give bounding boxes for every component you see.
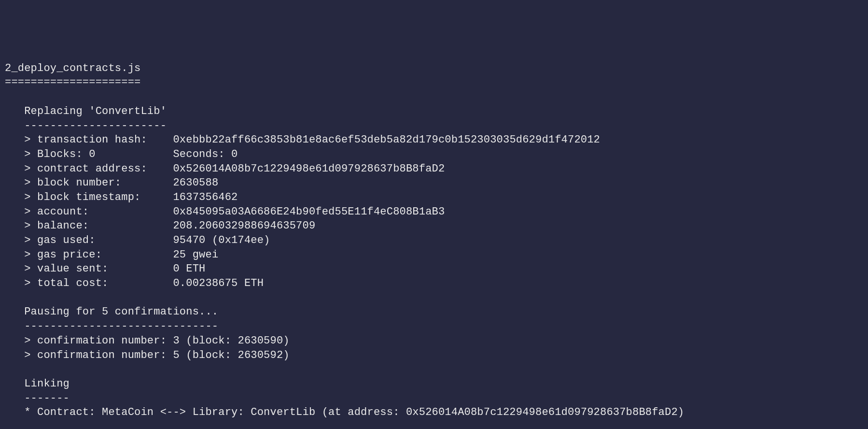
block-timestamp-value: 1637356462 [173,191,238,203]
confirmation-value-2: 5 (block: 2630592) [173,349,289,361]
replacing-underline: ---------------------- [5,120,167,132]
gas-price-value: 25 gwei [173,249,218,261]
balance-label: > balance: [5,220,173,232]
block-number-label: > block number: [5,177,173,189]
value-sent-value: 0 ETH [173,263,205,275]
contract-address-label: > contract address: [5,163,173,175]
migration-filename: 2_deploy_contracts.js [5,62,140,74]
gas-price-label: > gas price: [5,249,173,261]
linking-line: * Contract: MetaCoin <--> Library: Conve… [5,406,684,418]
confirmation-label-1: > confirmation number: [5,335,173,347]
terminal-output: 2_deploy_contracts.js ==================… [5,61,863,420]
confirmation-label-2: > confirmation number: [5,349,173,361]
seconds-value: Seconds: 0 [173,148,238,160]
gas-used-label: > gas used: [5,234,173,246]
block-timestamp-label: > block timestamp: [5,191,173,203]
pausing-title: Pausing for 5 confirmations... [5,306,218,318]
tx-hash-label: > transaction hash: [5,134,173,146]
gas-used-value: 95470 (0x174ee) [173,234,270,246]
block-number-value: 2630588 [173,177,218,189]
balance-value: 208.206032988694635709 [173,220,315,232]
account-value: 0x845095a03A6686E24b90fed55E11f4eC808B1a… [173,206,445,218]
confirmation-value-1: 3 (block: 2630590) [173,335,289,347]
pausing-underline: ------------------------------ [5,320,218,332]
total-cost-label: > total cost: [5,277,173,289]
replacing-title: Replacing 'ConvertLib' [5,105,167,117]
blocks-label: > Blocks: 0 [5,148,173,160]
contract-address-value: 0x526014A08b7c1229498e61d097928637b8B8fa… [173,163,445,175]
value-sent-label: > value sent: [5,263,173,275]
linking-title: Linking [5,378,70,390]
total-cost-value: 0.00238675 ETH [173,277,264,289]
tx-hash-value: 0xebbb22aff66c3853b81e8ac6ef53deb5a82d17… [173,134,600,146]
account-label: > account: [5,206,173,218]
migration-underline: ===================== [5,76,140,88]
linking-underline: ------- [5,392,70,404]
